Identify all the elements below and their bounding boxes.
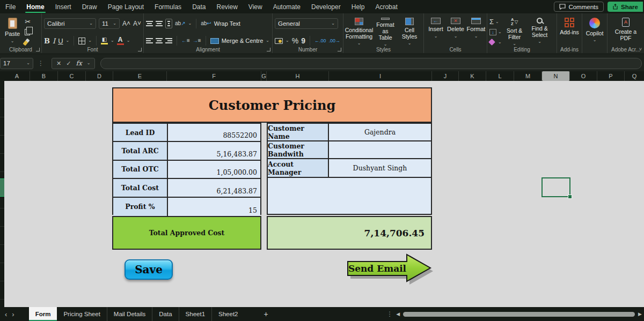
copy-button[interactable] bbox=[25, 28, 31, 36]
copilot-button[interactable]: Copilot ⌄ bbox=[584, 17, 605, 48]
number-format-select[interactable]: General⌄ bbox=[275, 18, 338, 29]
font-name-select[interactable]: Calibri⌄ bbox=[44, 18, 96, 29]
scrollbar-thumb[interactable] bbox=[403, 312, 635, 317]
prev-sheet-icon[interactable]: ‹ bbox=[0, 310, 12, 318]
align-center-button[interactable] bbox=[156, 38, 163, 43]
decrease-indent-button[interactable]: ←≡ bbox=[181, 38, 190, 43]
field-value[interactable]: 15 bbox=[168, 198, 260, 216]
field-value[interactable]: 88552200 bbox=[168, 124, 260, 142]
create-pdf-button[interactable]: Create a PDF bbox=[610, 17, 642, 48]
middle-align-button[interactable] bbox=[156, 21, 163, 26]
column-header[interactable]: N bbox=[542, 71, 570, 81]
column-header[interactable]: D bbox=[86, 71, 113, 81]
column-header[interactable]: Q bbox=[625, 71, 644, 81]
collapse-ribbon-icon[interactable]: ˅ bbox=[639, 47, 642, 52]
menu-tab[interactable]: Developer bbox=[306, 0, 346, 13]
increase-decimal-button[interactable]: ←.00 bbox=[314, 39, 326, 43]
menu-tab[interactable]: Acrobat bbox=[370, 0, 402, 13]
column-header[interactable]: O bbox=[570, 71, 597, 81]
bottom-align-button[interactable] bbox=[165, 19, 172, 28]
format-as-table-button[interactable]: Format as Table ⌄ bbox=[372, 17, 398, 48]
accounting-format-button[interactable] bbox=[275, 38, 283, 44]
sheet-tab[interactable]: Data bbox=[152, 307, 178, 321]
menu-tab[interactable]: Automate bbox=[268, 0, 306, 13]
italic-button[interactable]: I bbox=[53, 38, 55, 44]
sheet-tab[interactable]: Mail Details bbox=[107, 307, 152, 321]
field-value[interactable] bbox=[329, 141, 431, 159]
sort-filter-button[interactable]: AZ▽ Sort & Filter ⌄ bbox=[503, 17, 526, 48]
chevron-down-icon[interactable]: ⌄ bbox=[188, 21, 192, 26]
column-header[interactable]: K bbox=[459, 71, 486, 81]
column-header[interactable]: M bbox=[514, 71, 542, 81]
horizontal-scrollbar[interactable] bbox=[403, 311, 635, 317]
wrap-text-button[interactable]: Wrap Text bbox=[214, 20, 240, 27]
cancel-entry-button[interactable]: ✕ bbox=[56, 60, 61, 67]
conditional-formatting-button[interactable]: Conditional Formatting ⌄ bbox=[346, 17, 372, 48]
share-button[interactable]: Share bbox=[608, 2, 643, 12]
sheet-tab[interactable]: Pricing Sheet bbox=[57, 307, 106, 321]
menu-tab[interactable]: Draw bbox=[77, 0, 103, 13]
scroll-right-icon[interactable]: ▶ bbox=[638, 311, 642, 317]
borders-button[interactable] bbox=[78, 38, 85, 44]
menu-tab[interactable]: Review bbox=[211, 0, 243, 13]
format-cells-button[interactable]: Format ⌄ bbox=[466, 17, 486, 48]
increase-indent-button[interactable]: →≡ bbox=[193, 38, 201, 43]
send-email-button[interactable]: Send Email bbox=[347, 253, 435, 286]
chevron-down-icon[interactable]: ⌄ bbox=[266, 39, 269, 43]
field-value[interactable]: 5,16,483.87 bbox=[168, 142, 260, 160]
column-header[interactable]: F bbox=[167, 71, 261, 81]
add-sheet-button[interactable]: + bbox=[256, 310, 275, 318]
percent-style-button[interactable]: % bbox=[292, 37, 298, 44]
sheet-tab[interactable]: Sheet2 bbox=[211, 307, 244, 321]
save-button[interactable]: Save bbox=[125, 259, 173, 280]
format-painter-button[interactable] bbox=[25, 38, 31, 46]
cut-button[interactable]: ✂ bbox=[25, 18, 31, 26]
empty-merged-cell[interactable] bbox=[267, 178, 432, 215]
selected-cell[interactable] bbox=[541, 177, 570, 197]
menu-tab[interactable]: Page Layout bbox=[103, 0, 149, 13]
menu-tab[interactable]: Home bbox=[21, 0, 49, 13]
top-align-button[interactable] bbox=[146, 21, 153, 26]
orientation-button[interactable]: ab↗ bbox=[175, 21, 186, 26]
font-color-button[interactable]: A bbox=[117, 36, 124, 46]
column-header[interactable]: H bbox=[267, 71, 329, 81]
column-header[interactable]: B bbox=[30, 71, 58, 81]
column-header[interactable]: J bbox=[432, 71, 459, 81]
chevron-down-icon[interactable]: ⌄ bbox=[88, 39, 92, 43]
find-select-button[interactable]: Find & Select ⌄ bbox=[528, 17, 552, 48]
menu-tab[interactable]: Help bbox=[346, 0, 370, 13]
field-value[interactable]: 1,05,000.00 bbox=[168, 161, 260, 179]
align-right-button[interactable] bbox=[165, 38, 172, 43]
field-value[interactable]: 6,21,483.87 bbox=[168, 179, 260, 197]
column-header[interactable]: C bbox=[58, 71, 86, 81]
field-value[interactable]: Dushyant Singh bbox=[329, 159, 431, 177]
align-left-button[interactable] bbox=[146, 38, 153, 43]
bold-button[interactable]: B bbox=[44, 38, 50, 44]
shrink-font-button[interactable]: A˅ bbox=[133, 20, 141, 27]
menu-tab[interactable]: Data bbox=[187, 0, 211, 13]
column-header[interactable]: L bbox=[486, 71, 514, 81]
addins-button[interactable]: Add-ins bbox=[559, 17, 580, 48]
menu-tab[interactable]: Insert bbox=[50, 0, 77, 13]
next-sheet-icon[interactable]: › bbox=[12, 310, 19, 318]
insert-cells-button[interactable]: Insert ⌄ bbox=[426, 17, 445, 48]
column-header[interactable]: P bbox=[597, 71, 625, 81]
column-header[interactable]: G bbox=[261, 71, 267, 81]
grow-font-button[interactable]: A˄ bbox=[122, 20, 130, 27]
clear-button[interactable]: ⌄ bbox=[489, 38, 502, 46]
paste-button[interactable]: Paste ⌄ bbox=[2, 17, 23, 48]
field-value[interactable]: Gajendra bbox=[329, 124, 431, 141]
kebab-icon[interactable]: ⋮ bbox=[386, 310, 393, 318]
chevron-down-icon[interactable]: ⌄ bbox=[127, 39, 130, 43]
chevron-down-icon[interactable]: ⌄ bbox=[66, 39, 70, 43]
number-dialog-launcher-icon[interactable] bbox=[338, 48, 341, 51]
comma-style-button[interactable]: 9 bbox=[301, 37, 305, 44]
sheet-tab[interactable]: Sheet1 bbox=[179, 307, 211, 321]
column-header[interactable]: I bbox=[329, 71, 432, 81]
fill-color-button[interactable]: ◧ bbox=[101, 37, 108, 45]
confirm-entry-button[interactable]: ✓ bbox=[66, 60, 71, 67]
alignment-dialog-launcher-icon[interactable] bbox=[267, 48, 270, 51]
fill-button[interactable]: ↓⌄ bbox=[489, 28, 502, 36]
font-size-select[interactable]: 11⌄ bbox=[99, 18, 120, 29]
name-box[interactable]: 17⌄ bbox=[0, 58, 33, 69]
